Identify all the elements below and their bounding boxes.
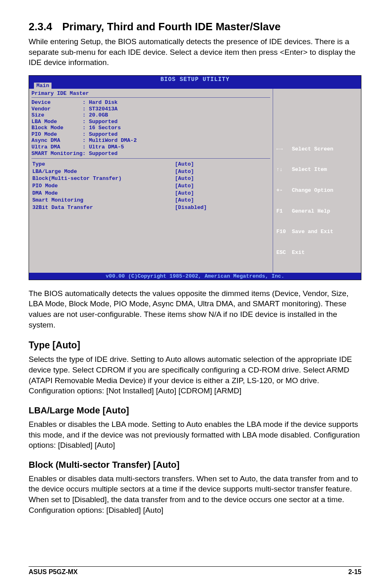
section-number: 2.3.4 [29,20,52,33]
bios-setting-row[interactable]: Type[Auto] [32,161,269,168]
section-title: Primary, Third and Fourth IDE Master/Sla… [62,20,280,33]
bios-tab-main[interactable]: Main [34,83,52,89]
bios-info-row: Block Mode : 16 Sectors [31,125,270,131]
bios-setting-row[interactable]: LBA/Large Mode[Auto] [32,168,269,175]
page-footer: ASUS P5GZ-MX 2-15 [29,566,361,576]
bios-screenshot: BIOS SETUP UTILITY Main Primary IDE Mast… [29,75,361,280]
bios-left-panel: Primary IDE Master Device : Hard Disk Ve… [29,89,273,273]
bios-info-row: LBA Mode : Supported [31,119,270,125]
intro-paragraph: While entering Setup, the BIOS automatic… [29,36,361,68]
bios-info-block: Device : Hard Disk Vendor : ST320413A Si… [31,99,270,157]
bios-right-panel: ←→Select Screen ↑↓Select Item +-Change O… [273,89,361,273]
bios-panel-title: Primary IDE Master [31,90,270,98]
bios-setting-row[interactable]: DMA Mode[Auto] [32,190,269,197]
heading-type: Type [Auto] [29,340,361,351]
bios-info-row: SMART Monitoring: Supported [31,150,270,157]
bios-info-row: Device : Hard Disk [31,99,270,106]
post-bios-paragraph: The BIOS automatically detects the value… [29,288,361,330]
bios-setting-row[interactable]: Smart Monitoring[Auto] [32,197,269,204]
body-block: Enables or disables data multi-sectors t… [29,474,361,516]
bios-info-row: Async DMA : MultiWord DMA-2 [31,137,270,144]
bios-title-bar: BIOS SETUP UTILITY Main [29,76,361,89]
body-type: Selects the type of IDE drive. Setting t… [29,354,361,396]
bios-setting-row[interactable]: PIO Mode[Auto] [32,183,269,189]
bios-info-row: Vendor : ST320413A [31,106,270,112]
bios-settings-table: Type[Auto] LBA/Large Mode[Auto] Block(Mu… [31,160,270,211]
bios-setting-row[interactable]: 32Bit Data Transfer[Disabled] [32,204,269,211]
bios-info-row: Ultra DMA : Ultra DMA-5 [31,144,270,150]
bios-title: BIOS SETUP UTILITY [29,76,361,83]
bios-setting-row[interactable]: Block(Multi-sector Transfer)[Auto] [32,175,269,182]
bios-info-row: Size : 20.0GB [31,112,270,119]
body-lba: Enables or disables the LBA mode. Settin… [29,419,361,451]
footer-left: ASUS P5GZ-MX [29,568,78,576]
bios-footer: v00.00 (C)Copyright 1985-2002, American … [29,273,361,280]
heading-lba: LBA/Large Mode [Auto] [29,405,361,416]
footer-right: 2-15 [348,568,361,576]
bios-info-row: PIO Mode : Supported [31,131,270,138]
bios-help-block: ←→Select Screen ↑↓Select Item +-Change O… [276,132,358,270]
heading-block: Block (Multi-sector Transfer) [Auto] [29,460,361,470]
